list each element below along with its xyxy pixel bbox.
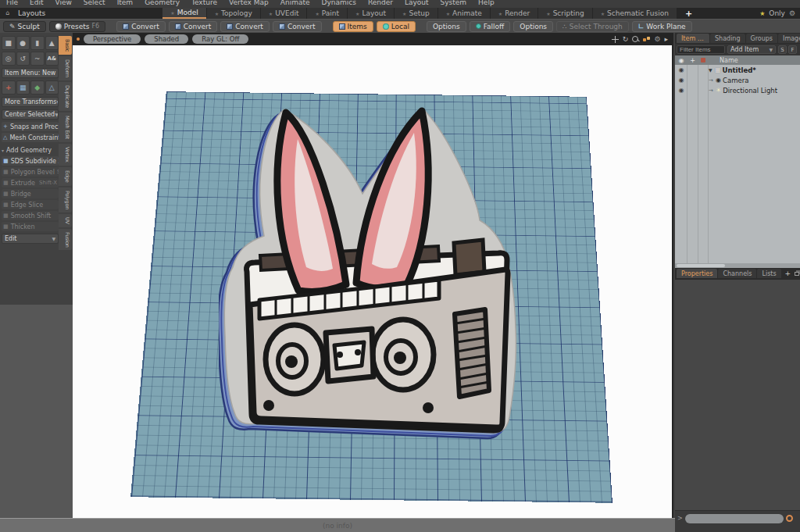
panel-tab-shading[interactable]: Shading: [710, 34, 745, 43]
sidebar-tab-deform[interactable]: Deform: [59, 56, 72, 80]
sds-subdivide-2x-button[interactable]: ■SDS Subdivide 2X: [2, 156, 59, 166]
mesh-constraints-button[interactable]: △Mesh Constraints: [2, 133, 59, 142]
sidebar-tab-mesh-edit[interactable]: Mesh Edit: [59, 112, 72, 142]
menu-edit[interactable]: Edit: [30, 0, 43, 8]
menu-file[interactable]: File: [6, 0, 18, 8]
gizmo-tool-button[interactable]: +: [2, 80, 16, 95]
menu-view[interactable]: View: [55, 0, 72, 8]
menu-texture[interactable]: Texture: [191, 0, 217, 8]
sidebar-tab-fusion[interactable]: Fusion: [59, 229, 72, 251]
gear-icon[interactable]: ⚙: [789, 9, 795, 17]
menu-select[interactable]: Select: [84, 0, 105, 8]
grid-cube-tool-button[interactable]: ▦: [16, 80, 30, 95]
torus-tool-button[interactable]: ◎: [2, 52, 16, 66]
panel-tab-channels[interactable]: Channels: [718, 269, 756, 278]
toolbar-button-sculpt[interactable]: Sculpt: [3, 21, 46, 32]
menu-help[interactable]: Help: [478, 0, 495, 8]
layouts-menu[interactable]: Layouts: [18, 9, 45, 17]
viewport-mode-shaded[interactable]: Shaded: [145, 34, 188, 44]
menu-dynamics[interactable]: Dynamics: [321, 0, 355, 8]
layout-tab-animate[interactable]: ★Animate: [438, 8, 490, 19]
panel-tab-item-list[interactable]: Item List: [677, 34, 709, 43]
item-row-directional-light[interactable]: ◉→☀Directional Light: [675, 85, 800, 95]
only-toggle[interactable]: Only: [769, 9, 785, 17]
toolbar-button-convert[interactable]: Convert: [220, 21, 270, 32]
edit-dropdown[interactable]: Edit▼: [2, 234, 59, 244]
panel-tab-images[interactable]: Images: [778, 34, 800, 43]
menu-animate[interactable]: Animate: [280, 0, 310, 8]
scrollbar-thumb[interactable]: [677, 264, 725, 267]
toolbar-button-options[interactable]: Options: [427, 21, 466, 32]
menu-layout[interactable]: Layout: [405, 0, 429, 8]
f-button[interactable]: F: [788, 45, 797, 54]
toolbar-button-convert[interactable]: Convert: [273, 21, 322, 32]
sidebar-tab-polygon[interactable]: Polygon: [59, 187, 72, 212]
cube-tool-button[interactable]: ■: [2, 36, 16, 50]
horizontal-scrollbar[interactable]: [675, 263, 800, 268]
more-transforms-dropdown[interactable]: More Transforms▼: [2, 97, 59, 107]
sidebar-tab-basic[interactable]: Basic: [59, 36, 72, 55]
layout-tab-uvedit[interactable]: ★UVEdit: [261, 8, 307, 19]
layout-tab-schematic-fusion[interactable]: ★Schematic Fusion: [593, 8, 677, 19]
layout-tab-layout[interactable]: ★Layout: [348, 8, 394, 19]
add-panel-tab-button[interactable]: +: [782, 270, 795, 277]
menu-render[interactable]: Render: [368, 0, 393, 8]
item-menu-new-item-dropdown[interactable]: Item Menu: New Item▼: [2, 68, 59, 78]
cone-tool-button[interactable]: ▲: [45, 36, 59, 50]
layout-tab-setup[interactable]: ★Setup: [395, 8, 438, 19]
layout-tab-scripting[interactable]: ★Scripting: [538, 8, 591, 19]
menu-item[interactable]: Item: [117, 0, 134, 8]
center-selected-dropdown[interactable]: Center Selected▼: [2, 109, 59, 120]
item-row-untitled[interactable]: ◉▼▦Untitled*: [675, 65, 800, 75]
visibility-eye-icon[interactable]: ◉: [675, 77, 688, 84]
app-icon[interactable]: ⌂: [4, 9, 12, 17]
add-layout-tab-button[interactable]: +: [677, 8, 700, 19]
snaps-and-precision-button[interactable]: +Snaps and Precision: [2, 122, 59, 131]
toolbar-button-falloff[interactable]: Falloff: [470, 21, 511, 32]
text-tool-button[interactable]: A&: [45, 52, 59, 66]
item-row-camera[interactable]: ◉→◉Camera: [675, 75, 800, 85]
add-geometry-section-header[interactable]: ▾Add Geometry: [2, 145, 59, 155]
key-icon[interactable]: [643, 37, 650, 42]
toolbar-button-items[interactable]: Items: [333, 21, 373, 32]
3d-viewport[interactable]: PerspectiveShadedRay GL: Off↻⚙▸: [73, 33, 673, 518]
gear-icon[interactable]: ⚙: [654, 35, 660, 43]
layout-tab-model[interactable]: ★Model: [162, 8, 205, 19]
sidebar-tab-vertex[interactable]: Vertex: [59, 144, 72, 166]
menu-geometry[interactable]: Geometry: [145, 0, 180, 8]
mesh-paint-tool-button[interactable]: ◆: [30, 80, 45, 95]
viewport-mode-perspective[interactable]: Perspective: [84, 34, 141, 44]
command-history-button[interactable]: [786, 515, 793, 522]
tri-mesh-tool-button[interactable]: △: [45, 80, 59, 95]
command-input[interactable]: [685, 514, 784, 523]
sphere-tool-button[interactable]: ●: [16, 36, 30, 50]
popout-icon[interactable]: [795, 272, 799, 276]
add-item-dropdown[interactable]: Add Item ▼: [727, 45, 776, 54]
toolbar-button-local[interactable]: Local: [377, 21, 416, 32]
filter-items-input[interactable]: [677, 45, 725, 54]
expander-triangle-icon[interactable]: ▼: [709, 67, 715, 73]
layout-tab-topology[interactable]: ★Topology: [207, 8, 260, 19]
expand-arrow-icon[interactable]: ▸: [664, 35, 668, 43]
sidebar-tab-edge[interactable]: Edge: [59, 167, 72, 186]
viewport-canvas[interactable]: [73, 45, 672, 518]
s-button[interactable]: S: [778, 45, 787, 54]
move-icon[interactable]: [612, 36, 619, 43]
visibility-eye-icon[interactable]: ◉: [675, 66, 688, 73]
menu-vertex-map[interactable]: Vertex Map: [229, 0, 269, 8]
rotate-icon[interactable]: ↻: [623, 35, 629, 43]
layout-tab-paint[interactable]: ★Paint: [307, 8, 347, 19]
sidebar-tab-duplicate[interactable]: Duplicate: [59, 82, 72, 111]
zoom-icon[interactable]: [632, 36, 639, 43]
spiral-tool-button[interactable]: ↺: [16, 52, 30, 66]
layout-tab-render[interactable]: ★Render: [491, 8, 538, 19]
menu-system[interactable]: System: [441, 0, 467, 8]
panel-tab-properties[interactable]: Properties: [677, 269, 717, 278]
panel-tab-groups[interactable]: Groups: [746, 34, 778, 43]
panel-tab-lists[interactable]: Lists: [757, 269, 780, 278]
toolbar-button-convert[interactable]: Convert: [169, 21, 218, 32]
toolbar-button-options[interactable]: Options: [513, 21, 553, 32]
viewport-mode-ray-gl-off[interactable]: Ray GL: Off: [192, 34, 248, 44]
visibility-eye-icon[interactable]: ◉: [675, 87, 688, 94]
toolbar-button-convert[interactable]: Convert: [116, 21, 166, 32]
